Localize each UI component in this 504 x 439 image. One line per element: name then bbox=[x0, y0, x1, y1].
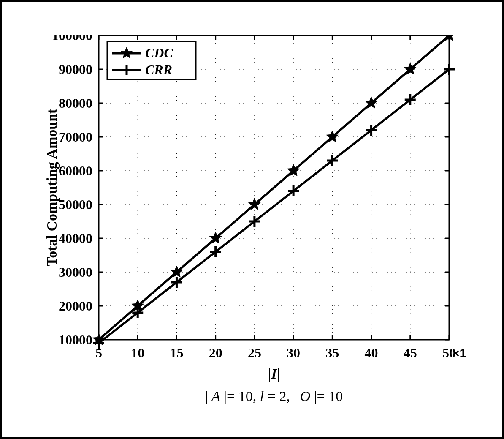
y-tick-label: 50000 bbox=[59, 197, 92, 212]
y-tick-label: 70000 bbox=[59, 129, 92, 145]
x-tick-label: 10 bbox=[131, 345, 144, 360]
legend: CDCCRR bbox=[107, 41, 196, 79]
series-CDC bbox=[93, 35, 455, 345]
x-tick-label: 15 bbox=[170, 345, 183, 360]
x-tick-label: 30 bbox=[287, 345, 300, 360]
parameter-annotation: | A |= 10, l = 2, | O |= 10 bbox=[205, 388, 343, 404]
y-tick-label: 90000 bbox=[59, 62, 92, 77]
x-tick-label: 40 bbox=[365, 345, 378, 360]
x-tick-label: 25 bbox=[248, 345, 261, 360]
series-line bbox=[99, 69, 449, 343]
x-tick-label: 45 bbox=[404, 345, 417, 360]
y-tick-label: 30000 bbox=[59, 264, 92, 280]
series-line bbox=[99, 35, 449, 340]
chart-svg: 5101520253035404550100002000030000400005… bbox=[44, 35, 466, 439]
x-tick-label: 35 bbox=[325, 345, 339, 360]
y-tick-label: 20000 bbox=[59, 298, 92, 314]
legend-label: CRR bbox=[145, 62, 172, 77]
y-tick-label: 80000 bbox=[59, 95, 92, 111]
y-tick-label: 100000 bbox=[52, 35, 92, 43]
x-tick-label: 20 bbox=[209, 345, 222, 360]
y-tick-label: 60000 bbox=[59, 163, 92, 178]
y-tick-label: 40000 bbox=[59, 231, 92, 246]
y-tick-label: 10000 bbox=[59, 332, 92, 347]
y-axis-label: Total Computing Amount bbox=[44, 109, 60, 267]
plot-container: 5101520253035404550100002000030000400005… bbox=[44, 35, 466, 399]
x-axis-label: |I| bbox=[268, 366, 280, 382]
legend-label: CDC bbox=[145, 45, 173, 60]
x-axis-multiplier: ×102 bbox=[452, 345, 466, 360]
chart-frame: 5101520253035404550100002000030000400005… bbox=[0, 0, 504, 439]
